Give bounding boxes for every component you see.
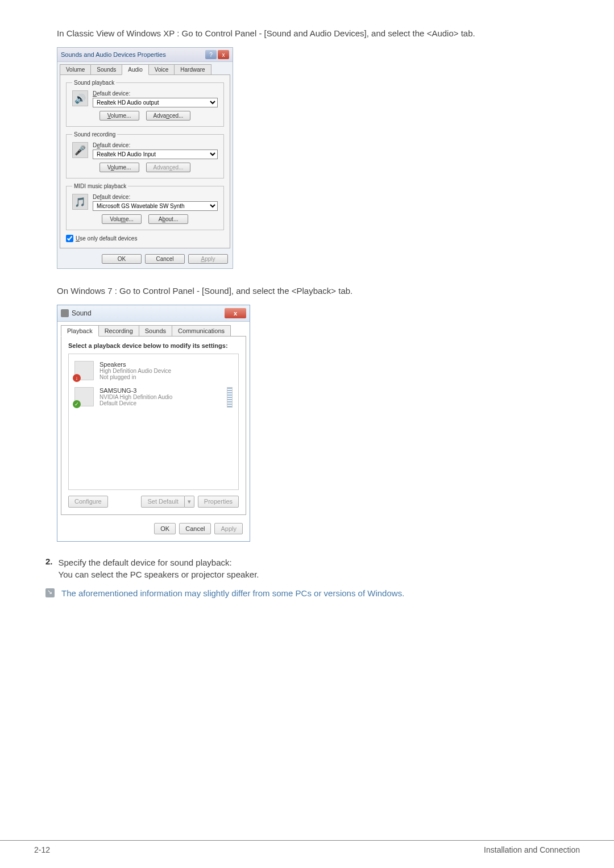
close-button[interactable]: x xyxy=(218,50,229,59)
device-name: Speakers xyxy=(99,361,233,368)
step-line-2: You can select the PC speakers or projec… xyxy=(59,568,259,580)
midi-volume-button[interactable]: Volume... xyxy=(102,214,142,224)
monitor-device-icon: ✓ xyxy=(74,387,94,406)
cancel-button[interactable]: Cancel xyxy=(145,254,185,264)
ok-button[interactable]: OK xyxy=(154,523,176,534)
device-item-speakers[interactable]: ↓ Speakers High Definition Audio Device … xyxy=(72,358,235,384)
volume-meter-icon xyxy=(227,387,233,408)
properties-button[interactable]: Properties xyxy=(198,496,239,508)
device-status: Not plugged in xyxy=(99,374,233,380)
default-badge-icon: ✓ xyxy=(73,400,81,408)
instruction-w7: On Windows 7 : Go to Control Panel - [So… xyxy=(57,286,580,296)
device-name: SAMSUNG-3 xyxy=(99,387,221,394)
device-item-samsung[interactable]: ✓ SAMSUNG-3 NVIDIA High Definition Audio… xyxy=(72,384,235,411)
apply-button[interactable]: Apply xyxy=(188,254,228,264)
midi-icon: 🎵 xyxy=(72,194,88,210)
section-title: Installation and Connection xyxy=(484,845,580,854)
microphone-icon: 🎤 xyxy=(72,142,88,158)
device-status: Default Device xyxy=(99,400,221,406)
playback-default-label: Default device: xyxy=(93,90,218,97)
tab-volume[interactable]: Volume xyxy=(60,64,91,74)
step-number: 2. xyxy=(45,556,53,580)
use-default-checkbox-row: Use only default devices xyxy=(66,235,224,242)
speaker-device-icon: ↓ xyxy=(74,361,94,380)
recording-legend: Sound recording xyxy=(72,131,117,138)
sound-dialog: Sound x Playback Recording Sounds Commun… xyxy=(57,305,250,542)
midi-device-select[interactable]: Microsoft GS Wavetable SW Synth xyxy=(93,201,218,211)
step-2: 2. Specify the default device for sound … xyxy=(45,556,580,580)
use-default-label: Use only default devices xyxy=(76,235,137,242)
use-default-checkbox[interactable] xyxy=(66,235,73,242)
recording-advanced-button[interactable]: Advanced... xyxy=(146,163,191,172)
tab-recording[interactable]: Recording xyxy=(98,325,139,336)
device-desc: NVIDIA High Definition Audio xyxy=(99,394,221,400)
page-footer: 2-12 Installation and Connection xyxy=(0,840,614,854)
playback-legend: Sound playback xyxy=(72,80,116,86)
dialog-titlebar: Sounds and Audio Devices Properties ? x xyxy=(57,48,233,62)
midi-about-button[interactable]: About... xyxy=(148,214,188,224)
close-button[interactable]: x xyxy=(225,308,246,318)
sound-playback-group: Sound playback 🔊 Default device: Realtek… xyxy=(66,80,224,127)
sound-icon xyxy=(61,309,69,317)
set-default-button[interactable]: Set Default xyxy=(141,496,184,508)
midi-playback-group: MIDI music playback 🎵 Default device: Mi… xyxy=(66,183,224,230)
dialog-title: Sounds and Audio Devices Properties xyxy=(61,51,166,58)
tab-voice[interactable]: Voice xyxy=(148,64,175,74)
dialog-title: Sound xyxy=(72,309,92,317)
tab-playback[interactable]: Playback xyxy=(61,325,99,337)
set-default-dropdown[interactable]: ▾ xyxy=(185,496,194,508)
page-number: 2-12 xyxy=(34,845,50,854)
speaker-icon: 🔊 xyxy=(72,90,88,106)
dialog-titlebar: Sound x xyxy=(57,305,250,322)
tab-audio[interactable]: Audio xyxy=(122,64,149,75)
midi-legend: MIDI music playback xyxy=(72,183,128,189)
tab-sounds[interactable]: Sounds xyxy=(139,325,172,336)
device-desc: High Definition Audio Device xyxy=(99,368,233,374)
sound-recording-group: Sound recording 🎤 Default device: Realte… xyxy=(66,131,224,178)
tab-sounds[interactable]: Sounds xyxy=(90,64,122,74)
apply-button[interactable]: Apply xyxy=(214,523,243,534)
tab-hardware[interactable]: Hardware xyxy=(174,64,211,74)
ok-button[interactable]: OK xyxy=(102,254,142,264)
note-icon xyxy=(45,588,55,597)
step-line-1: Specify the default device for sound pla… xyxy=(59,556,259,568)
help-button[interactable]: ? xyxy=(205,50,217,59)
note-block: The aforementioned information may sligh… xyxy=(45,588,580,598)
configure-button[interactable]: Configure xyxy=(68,496,108,508)
tab-communications[interactable]: Communications xyxy=(172,325,231,336)
select-device-text: Select a playback device below to modify… xyxy=(68,342,239,349)
playback-device-select[interactable]: Realtek HD Audio output xyxy=(93,98,218,107)
playback-advanced-button[interactable]: Advanced... xyxy=(146,111,191,121)
playback-volume-button[interactable]: Volume... xyxy=(99,111,139,121)
recording-volume-button[interactable]: Volume... xyxy=(99,163,139,172)
recording-device-select[interactable]: Realtek HD Audio Input xyxy=(93,149,218,159)
device-list: ↓ Speakers High Definition Audio Device … xyxy=(68,354,239,490)
instruction-xp: In Classic View of Windows XP : Go to Co… xyxy=(57,28,580,38)
recording-default-label: Default device: xyxy=(93,142,218,148)
midi-default-label: Default device: xyxy=(93,194,218,200)
cancel-button[interactable]: Cancel xyxy=(179,523,211,534)
note-text: The aforementioned information may sligh… xyxy=(61,588,404,598)
unplugged-badge-icon: ↓ xyxy=(73,374,81,382)
sounds-audio-devices-dialog: Sounds and Audio Devices Properties ? x … xyxy=(57,47,233,269)
